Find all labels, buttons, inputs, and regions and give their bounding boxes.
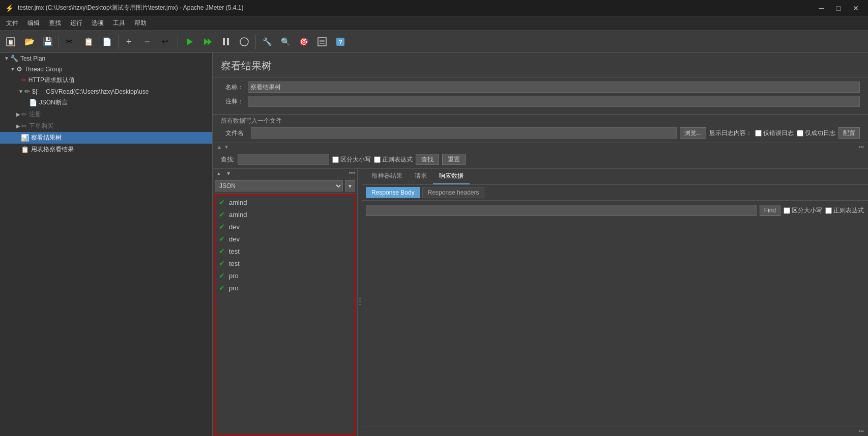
tree-item-register[interactable]: ▶ ✏ 注册 bbox=[0, 108, 212, 120]
tree-arrow-test-plan: ▼ bbox=[4, 56, 9, 61]
toolbar-new[interactable]: 📋 bbox=[2, 34, 19, 49]
list-down-btn[interactable]: ▼ bbox=[224, 170, 233, 177]
toolbar-remove[interactable]: − bbox=[139, 34, 157, 49]
success-log-checkbox[interactable] bbox=[797, 130, 803, 137]
menu-tools[interactable]: 工具 bbox=[109, 18, 129, 29]
result-item-5[interactable]: ✔ test bbox=[215, 257, 355, 269]
find-button[interactable]: 查找 bbox=[416, 154, 439, 165]
close-button[interactable]: ✕ bbox=[849, 3, 863, 13]
tab-request[interactable]: 请求 bbox=[409, 169, 433, 184]
response-checkboxes: 区分大小写 正则表达式 bbox=[784, 206, 864, 215]
menu-bar: 文件 编辑 查找 运行 选项 工具 帮助 bbox=[0, 16, 868, 31]
regex-group: 正则表达式 bbox=[374, 155, 413, 164]
menu-options[interactable]: 选项 bbox=[88, 18, 108, 29]
tree-label-http-defaults: HTTP请求默认值 bbox=[28, 76, 75, 85]
list-up-btn[interactable]: ▲ bbox=[215, 170, 223, 177]
tree-item-view-results[interactable]: 📊 察看结果树 bbox=[0, 132, 212, 144]
tree-item-order[interactable]: ▶ ✏ 下单购买 bbox=[0, 120, 212, 132]
response-find-button[interactable]: Find bbox=[760, 205, 780, 216]
tree-label-view-table: 用表格察看结果 bbox=[31, 145, 74, 154]
file-name-label: 文件名 bbox=[221, 129, 244, 138]
divider-more-icon: ••• bbox=[858, 144, 864, 150]
result-list: ✔ amind ✔ amind ✔ dev ✔ dev bbox=[214, 195, 356, 435]
file-name-input[interactable] bbox=[251, 127, 677, 139]
tree-item-thread-group[interactable]: ▼ ⚙ Thread Group bbox=[0, 64, 212, 74]
result-item-3[interactable]: ✔ dev bbox=[215, 233, 355, 245]
svg-text:💾: 💾 bbox=[43, 37, 53, 46]
splitter[interactable]: ••• bbox=[358, 169, 362, 436]
tree-label-register: 注册 bbox=[29, 110, 41, 119]
tab-response-data[interactable]: 响应数据 bbox=[433, 169, 470, 184]
result-item-4[interactable]: ✔ test bbox=[215, 245, 355, 257]
list-more-btn[interactable]: ••• bbox=[349, 170, 355, 177]
toolbar-undo[interactable]: ↩ bbox=[158, 34, 175, 49]
result-item-0[interactable]: ✔ amind bbox=[215, 196, 355, 208]
minimize-button[interactable]: ─ bbox=[815, 3, 828, 13]
log-label: 显示日志内容： bbox=[709, 129, 752, 138]
tree-item-csv-read[interactable]: ▼ ✏ ${ __CSVRead(C:\Users\hzxy\Desktop\u… bbox=[0, 86, 212, 97]
result-item-2[interactable]: ✔ dev bbox=[215, 221, 355, 233]
browse-button[interactable]: 浏览... bbox=[680, 127, 706, 139]
config-button[interactable]: 配置 bbox=[838, 127, 860, 139]
result-item-6[interactable]: ✔ pro bbox=[215, 269, 355, 282]
maximize-button[interactable]: □ bbox=[832, 3, 845, 13]
toolbar-log[interactable] bbox=[313, 34, 331, 49]
svg-text:📂: 📂 bbox=[24, 37, 35, 46]
search-input[interactable] bbox=[238, 154, 329, 165]
toolbar-open[interactable]: 📂 bbox=[20, 34, 38, 49]
toolbar-paste[interactable]: 📄 bbox=[98, 34, 115, 49]
comment-input[interactable] bbox=[248, 96, 860, 107]
response-regex-checkbox[interactable] bbox=[825, 207, 832, 214]
reset-button[interactable]: 重置 bbox=[442, 154, 466, 165]
svg-marker-12 bbox=[208, 38, 212, 45]
svg-text:↩: ↩ bbox=[162, 37, 168, 46]
response-tab-body[interactable]: Response Body bbox=[366, 187, 420, 198]
svg-text:🔧: 🔧 bbox=[263, 37, 272, 46]
tree-item-test-plan[interactable]: ▼ 🔧 Test Plan bbox=[0, 53, 212, 64]
menu-file[interactable]: 文件 bbox=[2, 18, 22, 29]
toolbar-cut[interactable]: ✂ bbox=[62, 34, 79, 49]
toolbar-template[interactable]: 🎯 bbox=[295, 34, 312, 49]
toolbar-settings[interactable]: 🔧 bbox=[258, 34, 276, 49]
toolbar-remote[interactable]: 🔍 bbox=[277, 34, 294, 49]
tab-sampler-result[interactable]: 取样器结果 bbox=[366, 169, 409, 184]
toolbar-start-no-pause[interactable] bbox=[199, 34, 216, 49]
toolbar-save[interactable]: 💾 bbox=[39, 34, 56, 49]
format-select[interactable]: JSON XML HTML Text bbox=[215, 180, 343, 192]
result-label-6: pro bbox=[229, 272, 239, 280]
toolbar-pause[interactable] bbox=[217, 34, 235, 49]
response-search-input[interactable] bbox=[366, 205, 757, 216]
response-tab-headers[interactable]: Response headers bbox=[422, 187, 485, 198]
result-success-icon-1: ✔ bbox=[219, 210, 225, 219]
dropdown-expand-btn[interactable]: ▼ bbox=[345, 180, 355, 192]
toolbar-help[interactable]: ? bbox=[332, 34, 349, 49]
error-log-checkbox[interactable] bbox=[755, 130, 762, 137]
tree-label-json-assertion: JSON断言 bbox=[39, 98, 68, 107]
regex-label: 正则表达式 bbox=[382, 155, 413, 164]
response-case-sensitive-checkbox[interactable] bbox=[784, 207, 790, 214]
menu-find[interactable]: 查找 bbox=[45, 18, 65, 29]
result-item-1[interactable]: ✔ amind bbox=[215, 208, 355, 221]
tree-item-view-table[interactable]: 📋 用表格察看结果 bbox=[0, 144, 212, 155]
result-success-icon-3: ✔ bbox=[219, 235, 225, 243]
menu-run[interactable]: 运行 bbox=[66, 18, 86, 29]
tree-item-http-defaults[interactable]: ✂ HTTP请求默认值 bbox=[0, 74, 212, 86]
toolbar-copy[interactable]: 📋 bbox=[80, 34, 97, 49]
search-row: 查找: 区分大小写 正则表达式 查找 重置 bbox=[213, 151, 868, 169]
toolbar-stop[interactable] bbox=[236, 34, 253, 49]
case-sensitive-checkbox[interactable] bbox=[332, 156, 339, 163]
detail-panel: 取样器结果 请求 响应数据 Response Body Response hea… bbox=[362, 169, 868, 436]
regex-checkbox[interactable] bbox=[374, 156, 381, 163]
tree-label-view-results: 察看结果树 bbox=[31, 133, 62, 142]
svg-text:📋: 📋 bbox=[84, 37, 94, 46]
result-item-7[interactable]: ✔ pro bbox=[215, 282, 355, 294]
toolbar-add[interactable]: + bbox=[121, 34, 138, 49]
toolbar-start[interactable] bbox=[181, 34, 198, 49]
menu-help[interactable]: 帮助 bbox=[130, 18, 151, 29]
svg-text:?: ? bbox=[338, 39, 342, 46]
menu-edit[interactable]: 编辑 bbox=[23, 18, 44, 29]
tree-item-json-assertion[interactable]: 📄 JSON断言 bbox=[0, 97, 212, 108]
name-input[interactable] bbox=[248, 81, 860, 93]
result-label-4: test bbox=[229, 248, 240, 255]
svg-marker-11 bbox=[204, 38, 208, 45]
